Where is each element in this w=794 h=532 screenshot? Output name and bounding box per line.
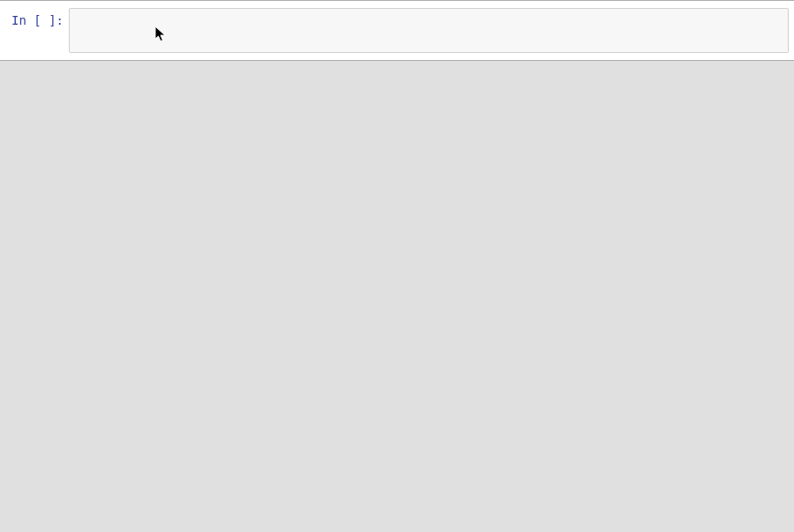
notebook-container: In [ ]: (0, 0, 794, 61)
code-cell[interactable]: In [ ]: (0, 3, 794, 58)
input-prompt-label: In [ ]: (11, 13, 64, 27)
code-input[interactable] (70, 9, 788, 49)
cell-prompt: In [ ]: (5, 8, 69, 53)
cell-input-area[interactable] (69, 8, 789, 53)
